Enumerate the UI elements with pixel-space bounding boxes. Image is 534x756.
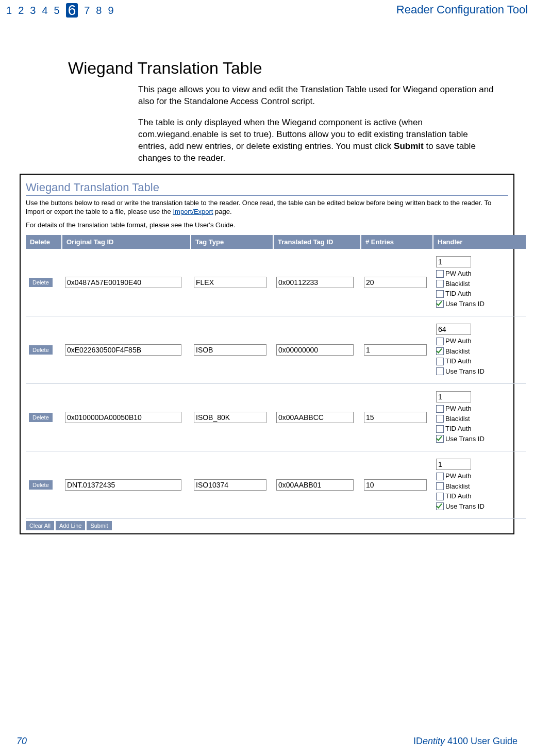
page-number: 70 [16,736,27,747]
chapter-link-8[interactable]: 8 [96,3,102,18]
original-input[interactable] [65,277,181,288]
entries-input[interactable] [364,479,427,491]
translated-input[interactable] [276,344,354,356]
checkbox-label-pw: PW Auth [445,268,472,279]
checkbox-label-tid: TID Auth [445,356,472,366]
submit-button[interactable]: Submit [87,521,111,530]
panel-intro-2: For details of the translation table for… [26,221,508,230]
import-export-link[interactable]: Import/Export [173,208,213,215]
checkbox-label-bl: Blacklist [445,414,470,424]
screenshot-panel: Wiegand Translation Table Use the button… [20,174,514,535]
section-heading: Wiegand Translation Table [68,59,518,78]
checkbox-bl[interactable] [436,347,444,355]
delete-button[interactable]: Delete [29,345,53,355]
chapter-link-3[interactable]: 3 [30,3,36,18]
checkbox-tid[interactable] [436,425,444,433]
delete-button[interactable]: Delete [29,413,53,422]
checkbox-pw[interactable] [436,338,444,345]
entries-input[interactable] [364,277,427,288]
tagtype-input[interactable] [194,277,266,288]
intro-paragraph-2: The table is only displayed when the Wie… [138,117,497,164]
original-input[interactable] [65,412,181,423]
checkbox-ut[interactable] [436,502,444,510]
handler-value-input[interactable] [436,391,471,402]
delete-button[interactable]: Delete [29,278,53,287]
chapter-link-4[interactable]: 4 [42,3,47,18]
checkbox-pw[interactable] [436,270,444,278]
original-input[interactable] [65,344,181,356]
chapter-link-5[interactable]: 5 [54,3,60,18]
table-row: DeletePW AuthBlacklistTID AuthUse Trans … [26,384,526,451]
col-header-handler: Handler [433,235,526,249]
entries-input[interactable] [364,344,427,356]
chapter-nav: 123456789 [6,3,114,18]
entries-input[interactable] [364,412,427,423]
col-header-translated: Translated Tag ID [273,235,361,249]
checkbox-tid[interactable] [436,290,444,298]
checkbox-ut[interactable] [436,300,444,308]
translation-table: Delete Original Tag ID Tag Type Translat… [26,235,526,519]
header-title: Reader Configuration Tool [396,3,528,16]
chapter-link-1[interactable]: 1 [6,3,12,18]
footer-guide-title: IDentity 4100 User Guide [413,736,518,747]
intro-paragraph-1: This page allows you to view and edit th… [138,84,497,108]
col-header-entries: # Entries [361,235,433,249]
add-line-button[interactable]: Add Line [56,521,85,530]
checkbox-label-pw: PW Auth [445,336,472,346]
checkbox-tid[interactable] [436,358,444,365]
checkbox-label-ut: Use Trans ID [445,366,485,377]
checkbox-label-tid: TID Auth [445,289,472,299]
panel-intro-1: Use the buttons below to read or write t… [26,199,508,216]
checkbox-pw[interactable] [436,405,444,413]
checkbox-ut[interactable] [436,367,444,375]
chapter-link-7[interactable]: 7 [84,3,90,18]
table-row: DeletePW AuthBlacklistTID AuthUse Trans … [26,249,526,316]
checkbox-label-pw: PW Auth [445,471,472,481]
checkbox-label-ut: Use Trans ID [445,501,485,512]
original-input[interactable] [65,479,181,491]
checkbox-label-bl: Blacklist [445,481,470,492]
clear-all-button[interactable]: Clear All [26,521,54,530]
checkbox-label-tid: TID Auth [445,491,472,501]
col-header-original: Original Tag ID [62,235,191,249]
handler-value-input[interactable] [436,324,471,335]
translated-input[interactable] [276,479,354,491]
handler-value-input[interactable] [436,256,471,267]
checkbox-label-pw: PW Auth [445,404,472,414]
chapter-link-6[interactable]: 6 [66,3,78,18]
table-row: DeletePW AuthBlacklistTID AuthUse Trans … [26,316,526,384]
checkbox-bl[interactable] [436,280,444,288]
translated-input[interactable] [276,412,354,423]
checkbox-ut[interactable] [436,435,444,443]
panel-title: Wiegand Translation Table [26,180,508,196]
col-header-delete: Delete [26,235,62,249]
delete-button[interactable]: Delete [29,480,53,490]
translated-input[interactable] [276,277,354,288]
checkbox-pw[interactable] [436,473,444,480]
checkbox-label-bl: Blacklist [445,279,470,289]
table-row: DeletePW AuthBlacklistTID AuthUse Trans … [26,451,526,519]
tagtype-input[interactable] [194,344,266,356]
checkbox-label-ut: Use Trans ID [445,299,485,309]
tagtype-input[interactable] [194,412,266,423]
tagtype-input[interactable] [194,479,266,491]
checkbox-label-tid: TID Auth [445,424,472,434]
checkbox-label-bl: Blacklist [445,346,470,357]
checkbox-bl[interactable] [436,482,444,490]
handler-value-input[interactable] [436,459,471,470]
checkbox-bl[interactable] [436,415,444,423]
checkbox-tid[interactable] [436,493,444,500]
checkbox-label-ut: Use Trans ID [445,434,485,444]
chapter-link-9[interactable]: 9 [108,3,113,18]
chapter-link-2[interactable]: 2 [18,3,24,18]
col-header-tagtype: Tag Type [191,235,273,249]
